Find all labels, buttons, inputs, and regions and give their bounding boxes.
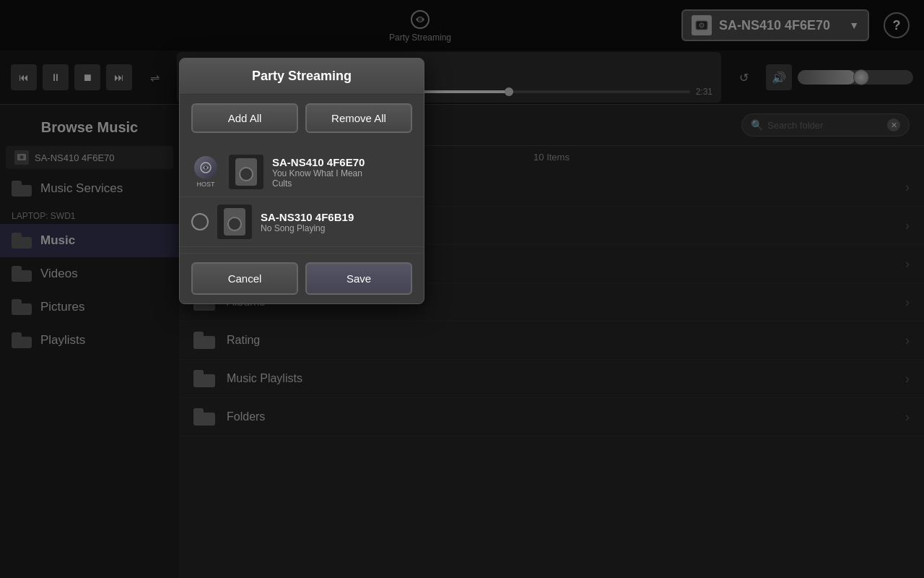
device-info-host: SA-NS410 4F6E70 You Know What I Mean Cul…	[272, 156, 412, 189]
host-device-song: You Know What I Mean Cults	[272, 168, 412, 189]
modal-device-row-host: HOST SA-NS410 4F6E70 You Know What I Mea…	[180, 147, 424, 197]
speaker-shape-host	[235, 158, 257, 186]
modal-footer: Cancel Save	[180, 253, 424, 303]
party-streaming-modal: Party Streaming Add All Remove All HOST	[179, 58, 424, 304]
radio-circle-device2[interactable]	[191, 213, 209, 230]
host-icon	[194, 156, 217, 179]
modal-overlay: Party Streaming Add All Remove All HOST	[0, 0, 924, 578]
device2-song: No Song Playing	[261, 223, 412, 233]
modal-header: Party Streaming	[180, 59, 424, 95]
device-thumb-host	[229, 155, 263, 189]
device-info-2: SA-NS310 4F6B19 No Song Playing	[261, 211, 412, 233]
modal-device-list: HOST SA-NS410 4F6E70 You Know What I Mea…	[180, 142, 424, 253]
host-device-name: SA-NS410 4F6E70	[272, 156, 412, 168]
device2-name: SA-NS310 4F6B19	[261, 211, 412, 223]
remove-all-button[interactable]: Remove All	[305, 103, 412, 133]
svg-point-7	[204, 166, 207, 169]
modal-title: Party Streaming	[252, 69, 352, 83]
speaker-shape-2	[224, 208, 245, 236]
cancel-button[interactable]: Cancel	[191, 262, 298, 295]
device-thumb-2	[217, 204, 252, 239]
save-button[interactable]: Save	[305, 262, 412, 295]
host-label-text: HOST	[196, 181, 214, 188]
modal-actions: Add All Remove All	[180, 95, 424, 142]
add-all-button[interactable]: Add All	[191, 103, 298, 133]
modal-device-row-2: SA-NS310 4F6B19 No Song Playing	[180, 197, 424, 247]
host-indicator: HOST	[191, 156, 220, 188]
